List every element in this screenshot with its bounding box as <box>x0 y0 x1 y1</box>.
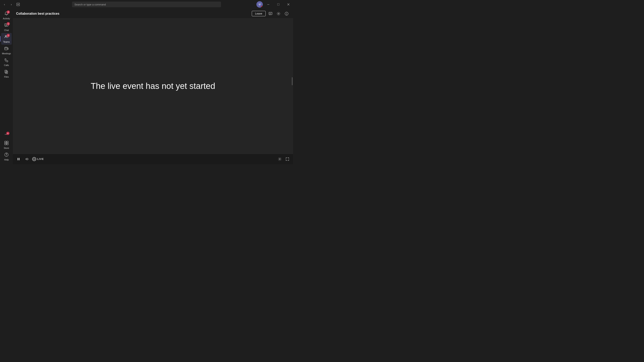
title-bar-left: ‹ › <box>0 1 21 7</box>
scrollbar[interactable] <box>292 9 293 154</box>
svg-rect-25 <box>5 143 6 145</box>
chat-panel-button[interactable] <box>267 10 274 17</box>
sidebar-item-store[interactable]: Store <box>1 139 12 151</box>
page-title: Collaboration best practices <box>16 12 59 15</box>
maximize-button[interactable] <box>274 1 283 8</box>
user-avatar[interactable]: U <box>256 1 263 8</box>
sidebar-item-label: Teams <box>3 41 10 43</box>
svg-rect-3 <box>267 4 269 5</box>
calls-icon <box>4 58 9 63</box>
svg-rect-12 <box>5 47 8 50</box>
svg-point-39 <box>34 159 34 159</box>
help-icon <box>4 152 9 158</box>
minimize-button[interactable] <box>264 1 273 8</box>
meetings-icon <box>4 46 9 52</box>
svg-point-10 <box>5 35 6 37</box>
search-bar[interactable]: Search or type a command <box>72 1 221 7</box>
teams-icon: 1 <box>4 34 9 40</box>
sidebar-item-chat[interactable]: 1 Chat <box>1 21 12 33</box>
search-placeholder: Search or type a command <box>74 3 106 6</box>
svg-rect-37 <box>19 158 20 160</box>
back-button[interactable]: ‹ <box>2 1 7 7</box>
activity-badge: 2 <box>7 10 10 14</box>
info-button[interactable] <box>283 10 290 17</box>
live-event-message: The live event has not yet started <box>91 81 215 91</box>
svg-point-28 <box>6 155 7 156</box>
sidebar-item-teams[interactable]: 1 Teams <box>1 33 12 45</box>
leave-button[interactable]: Leave <box>252 11 266 16</box>
sidebar-item-meetings[interactable]: Meetings <box>1 45 12 56</box>
live-badge: LIVE <box>32 157 44 161</box>
live-dot-icon <box>32 157 36 161</box>
sidebar-item-activity[interactable]: 2 Activity <box>1 10 12 21</box>
svg-rect-26 <box>7 143 8 145</box>
sidebar-item-label: Activity <box>3 17 10 20</box>
sidebar-item-label: Help <box>4 158 9 161</box>
activity-icon: 2 <box>4 11 9 17</box>
svg-point-40 <box>279 158 280 159</box>
svg-rect-29 <box>269 12 272 15</box>
svg-point-35 <box>286 13 287 13</box>
sidebar-item-label: Store <box>4 147 9 149</box>
playback-settings-button[interactable] <box>276 156 283 162</box>
svg-rect-23 <box>5 141 6 143</box>
settings-button[interactable] <box>275 10 282 17</box>
top-bar: Collaboration best practices Leave <box>13 9 293 18</box>
sidebar-item-label: Chat <box>4 29 9 31</box>
compose-button[interactable] <box>15 1 21 7</box>
scroll-thumb <box>292 77 292 85</box>
store-icon <box>4 141 9 146</box>
more-icon: ● <box>4 132 9 138</box>
more-badge: ● <box>6 132 10 135</box>
svg-point-32 <box>278 13 279 14</box>
live-label: LIVE <box>37 157 44 160</box>
bottom-right-actions <box>276 156 290 162</box>
top-bar-actions: Leave <box>252 10 290 17</box>
sidebar-item-more[interactable]: ● <box>1 130 12 139</box>
title-bar: ‹ › Search or type a command U <box>0 0 293 9</box>
pause-button[interactable] <box>15 156 22 162</box>
chat-badge: 1 <box>7 22 10 25</box>
chat-icon: 1 <box>4 23 9 28</box>
teams-badge: 1 <box>7 34 10 37</box>
main-content: The live event has not yet started <box>13 18 293 154</box>
bottom-bar: LIVE <box>13 154 293 164</box>
title-bar-right: U <box>256 1 293 8</box>
sidebar-bottom: ● Store <box>1 130 12 164</box>
sidebar-item-calls[interactable]: Calls <box>1 56 12 68</box>
sidebar-item-label: Files <box>4 76 9 78</box>
sidebar-item-label: Meetings <box>2 52 11 55</box>
avatar-status-badge <box>261 6 263 8</box>
close-button[interactable] <box>284 1 293 8</box>
svg-rect-4 <box>277 3 279 5</box>
svg-rect-36 <box>18 158 18 160</box>
svg-point-20 <box>5 134 6 135</box>
volume-button[interactable] <box>24 156 30 162</box>
sidebar-item-help[interactable]: Help <box>1 151 12 162</box>
sidebar-item-files[interactable]: Files <box>1 68 12 80</box>
files-icon <box>4 70 9 75</box>
fullscreen-button[interactable] <box>284 156 290 162</box>
forward-button[interactable]: › <box>8 1 14 7</box>
sidebar: 2 Activity 1 Chat 1 Teams <box>0 9 13 164</box>
sidebar-item-label: Calls <box>4 64 9 66</box>
svg-rect-24 <box>7 141 8 143</box>
